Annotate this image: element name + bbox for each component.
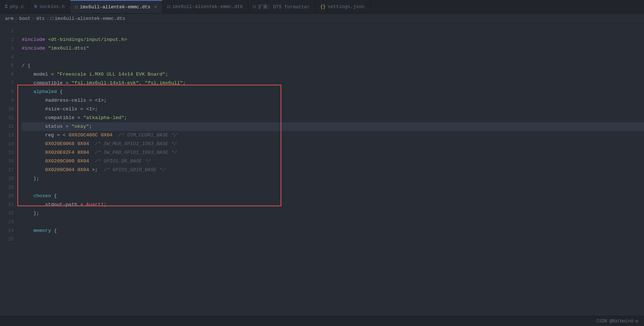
code-line-3: #include "imx6ull.dtsi" bbox=[22, 44, 644, 53]
tab-phy-label: phy.c bbox=[10, 4, 24, 9]
json-file-icon: {} bbox=[320, 4, 325, 9]
dts-file-icon: □ bbox=[75, 5, 78, 10]
tab-dts[interactable]: □ imx6ull-alientek-emmc.dts × bbox=[70, 0, 163, 13]
code-line-4 bbox=[22, 53, 644, 62]
h-file-icon: h bbox=[34, 4, 37, 9]
breadcrumb: arm › boot › dts › □ imx6ull-alientek-em… bbox=[0, 14, 644, 24]
tab-dtb-label: imx6ull-alientek-emmc.dtb bbox=[172, 4, 243, 9]
code-line-18: }; bbox=[22, 174, 644, 183]
tab-sockios-label: sockios.h bbox=[39, 4, 64, 9]
code-line-22: }; bbox=[22, 209, 644, 218]
tab-ext-label: 扩展: DTS formatter bbox=[258, 4, 310, 10]
tab-settings[interactable]: {} settings.json bbox=[315, 0, 370, 13]
code-line-20: chosen { bbox=[22, 192, 644, 200]
breadcrumb-dts[interactable]: dts bbox=[36, 16, 44, 21]
tab-phy[interactable]: C phy.c bbox=[0, 0, 29, 13]
code-line-23 bbox=[22, 218, 644, 226]
code-line-19 bbox=[22, 183, 644, 192]
breadcrumb-boot[interactable]: boot bbox=[19, 16, 30, 21]
tab-dtb[interactable]: □ imx6ull-alientek-emmc.dtb bbox=[162, 0, 248, 13]
code-line-14: 0X020E0068 0X04 /* SW_MUX_GPIO1_IO03_BAS… bbox=[22, 140, 644, 148]
code-content[interactable]: #include <dt-bindings/input/input.h> #in… bbox=[17, 24, 644, 316]
code-line-2: #include <dt-bindings/input/input.h> bbox=[22, 35, 644, 44]
status-bar: CSDN @Bathwind-w bbox=[0, 316, 644, 326]
ext-file-icon: □ bbox=[253, 4, 256, 9]
tab-ext[interactable]: □ 扩展: DTS formatter bbox=[248, 0, 315, 13]
file-icon-small: □ bbox=[50, 16, 53, 21]
breadcrumb-sep-1: › bbox=[15, 16, 18, 21]
code-line-6: model = "Freescale i.MX6 ULL 14x14 EVK B… bbox=[22, 70, 644, 79]
code-line-9: #address-cells = <1>; bbox=[22, 96, 644, 105]
code-line-25 bbox=[22, 235, 644, 244]
code-line-7: compatible = "fsl,imx6ull-14x14-evk", "f… bbox=[22, 79, 644, 88]
watermark-text: CSDN @Bathwind-w bbox=[597, 319, 638, 324]
line-numbers: 1 2 3 4 5 6 7 8 9 10 11 12 13 14 15 16 1… bbox=[0, 24, 17, 316]
breadcrumb-arm[interactable]: arm bbox=[5, 16, 13, 21]
breadcrumb-sep-2: › bbox=[32, 16, 35, 21]
dtb-file-icon: □ bbox=[167, 4, 170, 9]
code-line-21: stdout-path = &uart1; bbox=[22, 200, 644, 209]
code-line-5: / { bbox=[22, 62, 644, 70]
c-file-icon: C bbox=[5, 4, 8, 9]
code-line-24: memory { bbox=[22, 226, 644, 235]
tab-settings-label: settings.json bbox=[328, 4, 364, 9]
code-line-1 bbox=[22, 27, 644, 35]
code-line-10: #size-cells = <1>; bbox=[22, 105, 644, 114]
code-line-13: reg = < 0X020C406C 0X04 /* CCM_CCGR1_BAS… bbox=[22, 131, 644, 140]
code-line-15: 0X020E02F4 0X04 /* SW_PAD_GPIO1_IO03_BAS… bbox=[22, 148, 644, 157]
tab-sockios[interactable]: h sockios.h bbox=[29, 0, 70, 13]
editor: 1 2 3 4 5 6 7 8 9 10 11 12 13 14 15 16 1… bbox=[0, 24, 644, 316]
code-line-17: 0X0209C004 0X04 >; /* GPIO1_GDIR_BASE */ bbox=[22, 166, 644, 174]
code-line-16: 0X0209C000 0X04 /* GPIO1_DR_BASE */ bbox=[22, 157, 644, 166]
code-line-11: compatible = "atkalpha-led"; bbox=[22, 114, 644, 122]
tab-dts-close[interactable]: × bbox=[154, 4, 157, 10]
breadcrumb-sep-3: › bbox=[46, 16, 49, 21]
code-line-12: status = "okay"; bbox=[22, 122, 644, 131]
tab-bar: C phy.c h sockios.h □ imx6ull-alientek-e… bbox=[0, 0, 644, 14]
tab-dts-label: imx6ull-alientek-emmc.dts bbox=[80, 4, 150, 10]
code-line-8: alphaled { bbox=[22, 88, 644, 96]
breadcrumb-file[interactable]: □ imx6ull-alientek-emmc.dts bbox=[50, 16, 125, 21]
